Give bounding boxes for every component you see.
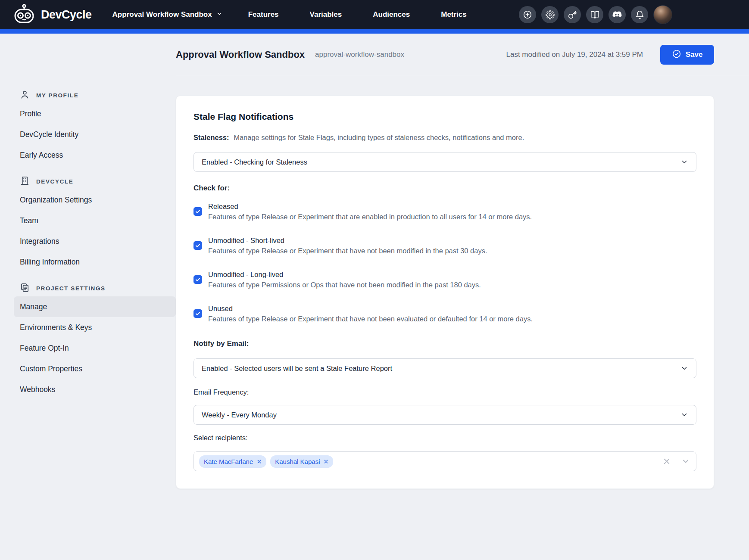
project-selector[interactable]: Approval Workflow Sandbox bbox=[112, 10, 222, 19]
staleness-select-value: Enabled - Checking for Staleness bbox=[202, 158, 307, 166]
chevron-down-icon bbox=[216, 10, 222, 19]
sidebar-section-label: PROJECT SETTINGS bbox=[36, 285, 106, 292]
unused-checkbox[interactable] bbox=[193, 309, 202, 318]
sidebar-section-label: MY PROFILE bbox=[36, 92, 78, 99]
save-button[interactable]: Save bbox=[660, 45, 714, 65]
recipient-tag: Kate MacFarlane bbox=[199, 455, 266, 468]
recipient-name: Kaushal Kapasi bbox=[275, 458, 320, 465]
check-row-unmodified-short: Unmodified - Short-lived Features of typ… bbox=[193, 235, 696, 256]
sidebar-item-organization-settings[interactable]: Organization Settings bbox=[14, 190, 176, 210]
nav-audiences[interactable]: Audiences bbox=[373, 10, 410, 19]
check-description: Features of type Permissions or Ops that… bbox=[208, 280, 481, 290]
sidebar-item-team[interactable]: Team bbox=[14, 210, 176, 231]
check-title: Unmodified - Long-lived bbox=[208, 269, 481, 280]
check-circle-icon bbox=[672, 49, 681, 61]
top-navbar: DevCycle Approval Workflow Sandbox Featu… bbox=[0, 0, 749, 29]
last-modified-text: Last modified on July 19, 2024 at 3:59 P… bbox=[506, 50, 643, 59]
staleness-description: Manage settings for Stale Flags, includi… bbox=[234, 134, 524, 141]
check-description: Features of type Release or Experiment t… bbox=[208, 212, 532, 222]
person-icon bbox=[20, 90, 30, 101]
recipient-name: Kate MacFarlane bbox=[204, 458, 253, 465]
check-title: Unused bbox=[208, 303, 533, 314]
check-description: Features of type Release or Experiment t… bbox=[208, 314, 533, 324]
brand-name: DevCycle bbox=[41, 8, 92, 22]
settings-gear-icon[interactable] bbox=[541, 6, 559, 23]
sidebar-item-manage[interactable]: Manage bbox=[14, 296, 176, 317]
docs-book-icon[interactable] bbox=[586, 6, 603, 23]
main-content: Approval Workflow Sandbox approval-workf… bbox=[176, 34, 749, 560]
page: DevCycle Approval Workflow Sandbox Featu… bbox=[0, 0, 749, 560]
sidebar-item-integrations[interactable]: Integrations bbox=[14, 231, 176, 252]
remove-recipient-icon[interactable] bbox=[257, 459, 262, 464]
email-frequency-select[interactable]: Weekly - Every Monday bbox=[193, 405, 696, 425]
project-selector-label: Approval Workflow Sandbox bbox=[112, 10, 212, 19]
released-checkbox[interactable] bbox=[193, 207, 202, 216]
multiselect-divider bbox=[676, 456, 676, 467]
sidebar-section-project-settings: PROJECT SETTINGS bbox=[14, 283, 176, 294]
notify-select-value: Enabled - Selected users will be sent a … bbox=[202, 364, 392, 373]
multiselect-controls bbox=[663, 456, 690, 467]
select-recipients-label: Select recipients: bbox=[193, 432, 696, 443]
chevron-down-icon bbox=[680, 158, 688, 166]
navbar-icon-group bbox=[519, 5, 672, 24]
staleness-label: Staleness: bbox=[193, 134, 229, 141]
sidebar-item-feature-opt-in[interactable]: Feature Opt-In bbox=[14, 338, 176, 358]
devcycle-robot-icon bbox=[13, 4, 35, 25]
recipients-chevron-down-icon[interactable] bbox=[681, 457, 690, 466]
notify-by-email-select[interactable]: Enabled - Selected users will be sent a … bbox=[193, 358, 696, 378]
notify-by-email-label: Notify by Email: bbox=[193, 339, 696, 349]
card-title: Stale Flag Notifications bbox=[193, 112, 696, 122]
staleness-description-row: Staleness: Manage settings for Stale Fla… bbox=[193, 132, 696, 143]
settings-sidebar: MY PROFILE Profile DevCycle Identity Ear… bbox=[0, 34, 176, 560]
sidebar-item-custom-properties[interactable]: Custom Properties bbox=[14, 358, 176, 379]
save-button-label: Save bbox=[686, 50, 703, 59]
sidebar-section-my-profile: MY PROFILE bbox=[14, 90, 176, 101]
recipient-tag: Kaushal Kapasi bbox=[270, 455, 333, 468]
email-frequency-label: Email Frequency: bbox=[193, 387, 696, 397]
sidebar-item-billing-information[interactable]: Billing Information bbox=[14, 252, 176, 272]
user-avatar[interactable] bbox=[653, 5, 672, 24]
check-row-unmodified-long: Unmodified - Long-lived Features of type… bbox=[193, 269, 696, 290]
chevron-down-icon bbox=[680, 364, 688, 372]
discord-icon[interactable] bbox=[609, 6, 626, 23]
remove-recipient-icon[interactable] bbox=[324, 459, 328, 464]
sidebar-item-profile[interactable]: Profile bbox=[14, 103, 176, 124]
staleness-select[interactable]: Enabled - Checking for Staleness bbox=[193, 152, 696, 172]
sidebar-section-label: DEVCYCLE bbox=[36, 178, 73, 185]
clear-recipients-icon[interactable] bbox=[663, 457, 671, 465]
recipient-tags: Kate MacFarlane Kaushal Kapasi bbox=[199, 455, 333, 468]
accent-bar bbox=[0, 29, 749, 34]
notifications-bell-icon[interactable] bbox=[631, 6, 648, 23]
check-title: Unmodified - Short-lived bbox=[208, 235, 487, 246]
check-for-label: Check for: bbox=[193, 183, 696, 193]
recipients-multiselect[interactable]: Kate MacFarlane Kaushal Kapasi bbox=[193, 451, 696, 471]
stale-flag-notifications-card: Stale Flag Notifications Staleness: Mana… bbox=[176, 96, 714, 489]
unmodified-long-checkbox[interactable] bbox=[193, 275, 202, 284]
nav-variables[interactable]: Variables bbox=[310, 10, 342, 19]
nav-features[interactable]: Features bbox=[248, 10, 279, 19]
check-title: Released bbox=[208, 201, 532, 212]
page-header: Approval Workflow Sandbox approval-workf… bbox=[176, 34, 749, 76]
unmodified-short-checkbox[interactable] bbox=[193, 241, 202, 250]
sidebar-item-webhooks[interactable]: Webhooks bbox=[14, 379, 176, 400]
sidebar-item-early-access[interactable]: Early Access bbox=[14, 145, 176, 165]
check-row-released: Released Features of type Release or Exp… bbox=[193, 201, 696, 222]
devcycle-logo[interactable]: DevCycle bbox=[13, 4, 92, 25]
check-row-unused: Unused Features of type Release or Exper… bbox=[193, 303, 696, 324]
clipboard-icon bbox=[20, 283, 30, 294]
project-slug: approval-workflow-sandbox bbox=[315, 50, 404, 59]
frequency-select-value: Weekly - Every Monday bbox=[202, 411, 277, 419]
sidebar-section-devcycle: DEVCYCLE bbox=[14, 176, 176, 187]
chevron-down-icon bbox=[680, 411, 688, 419]
add-circle-icon[interactable] bbox=[519, 6, 536, 23]
page-title: Approval Workflow Sandbox bbox=[176, 49, 305, 60]
api-key-icon[interactable] bbox=[564, 6, 581, 23]
check-description: Features of type Release or Experiment t… bbox=[208, 246, 487, 256]
nav-metrics[interactable]: Metrics bbox=[441, 10, 467, 19]
sidebar-item-environments-keys[interactable]: Environments & Keys bbox=[14, 317, 176, 338]
primary-nav: Features Variables Audiences Metrics bbox=[248, 10, 467, 19]
building-icon bbox=[20, 176, 30, 187]
sidebar-item-devcycle-identity[interactable]: DevCycle Identity bbox=[14, 124, 176, 145]
